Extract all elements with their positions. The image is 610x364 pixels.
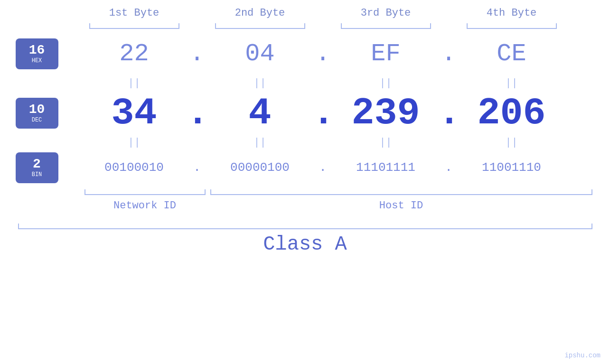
bin-dot2: . [312, 160, 334, 175]
bin-values: 00100010 . 00000100 . 11101111 . 1100111… [82, 160, 595, 175]
eq1-b3: || [334, 77, 438, 89]
hex-values: 22 . 04 . EF . CE [82, 40, 595, 68]
equals-row-1: || || || || [82, 75, 595, 92]
bin-row: 2 BIN 00100010 . 00000100 . 11101111 . 1… [16, 151, 595, 184]
dec-byte4: 206 [460, 92, 564, 135]
network-id-bracket [82, 187, 208, 195]
eq1-b1: || [82, 77, 187, 89]
byte1-header: 1st Byte [82, 7, 187, 19]
dec-dot2: . [312, 92, 334, 135]
hex-byte1: 22 [82, 40, 187, 68]
dec-byte3: 239 [334, 92, 438, 135]
annotation-labels: Network ID Host ID [82, 196, 595, 215]
eq1-b2: || [208, 77, 312, 89]
class-area: Class A [16, 220, 595, 256]
byte2-header: 2nd Byte [208, 7, 312, 19]
bin-dot3: . [438, 160, 460, 175]
dec-badge: 10 DEC [16, 98, 58, 129]
byte4-header: 4th Byte [460, 7, 564, 19]
dec-values: 34 . 4 . 239 . 206 [82, 92, 595, 135]
annotation-brackets [82, 187, 595, 196]
network-id-label: Network ID [82, 200, 208, 212]
bin-badge: 2 BIN [16, 152, 58, 183]
bracket-byte1 [82, 21, 187, 30]
dec-base-number: 10 [29, 103, 45, 117]
equals-row-2: || || || || [82, 134, 595, 151]
hex-byte3: EF [334, 40, 438, 68]
host-id-label: Host ID [208, 200, 595, 212]
dec-dot3: . [438, 92, 460, 135]
bin-base-label: BIN [32, 171, 42, 178]
bin-byte1: 00100010 [82, 160, 187, 175]
host-id-bracket [208, 187, 595, 195]
dec-base-label: DEC [32, 117, 42, 123]
hex-base-number: 16 [29, 43, 45, 58]
byte3-header: 3rd Byte [334, 7, 438, 19]
eq1-b4: || [460, 77, 564, 89]
annotation-area: Network ID Host ID [82, 187, 595, 215]
class-bracket [18, 220, 592, 229]
hex-base-label: HEX [32, 57, 42, 64]
bin-byte3: 11101111 [334, 160, 438, 175]
byte-headers: 1st Byte 2nd Byte 3rd Byte 4th Byte [82, 7, 595, 19]
class-label: Class A [16, 233, 595, 256]
bin-byte2: 00000100 [208, 160, 312, 175]
main-display: 1st Byte 2nd Byte 3rd Byte 4th Byte 16 H… [16, 7, 595, 256]
hex-byte4: CE [460, 40, 564, 68]
bracket-byte4 [460, 21, 564, 30]
hex-badge: 16 HEX [16, 38, 58, 69]
hex-dot2: . [312, 40, 334, 68]
top-brackets [82, 21, 595, 30]
hex-byte2: 04 [208, 40, 312, 68]
hex-dot1: . [187, 40, 208, 68]
bracket-byte2 [208, 21, 312, 30]
eq2-b3: || [334, 137, 438, 149]
dec-row: 10 DEC 34 . 4 . 239 . 206 [16, 92, 595, 134]
eq2-b2: || [208, 137, 312, 149]
bracket-byte3 [334, 21, 438, 30]
dec-byte1: 34 [82, 92, 187, 135]
hex-dot3: . [438, 40, 460, 68]
eq2-b4: || [460, 137, 564, 149]
watermark: ipshu.com [564, 352, 601, 359]
dec-dot1: . [187, 92, 208, 135]
bin-dot1: . [187, 160, 208, 175]
dec-byte2: 4 [208, 92, 312, 135]
bin-byte4: 11001110 [460, 160, 564, 175]
hex-row: 16 HEX 22 . 04 . EF . CE [16, 32, 595, 75]
eq2-b1: || [82, 137, 187, 149]
bin-base-number: 2 [33, 157, 41, 172]
